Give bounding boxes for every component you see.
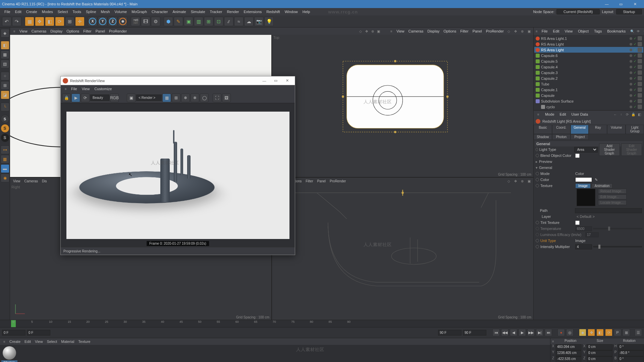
param-key-button[interactable]: P	[614, 329, 621, 336]
obj-menu-edit[interactable]: Edit	[552, 29, 561, 34]
undo-button[interactable]: ↶	[2, 17, 11, 26]
cube-primitive[interactable]: ⬢	[164, 17, 173, 26]
object-row[interactable]: Capsule.1✓	[534, 87, 643, 93]
render-view-button[interactable]: 🎬	[131, 17, 140, 26]
light-type-select[interactable]: Area	[574, 147, 598, 153]
obj-eye-icon[interactable]: 👁	[636, 28, 641, 34]
obj-menu-file[interactable]: File	[540, 29, 549, 34]
vp-pan-icon[interactable]: ✥	[364, 28, 370, 34]
snap-enable[interactable]: ⊶	[1, 145, 9, 154]
rv-snow-2[interactable]: ❄	[191, 94, 199, 102]
attr-menu-icon[interactable]: ≡	[536, 112, 541, 117]
menu-mesh[interactable]: Mesh	[99, 9, 112, 14]
rv-refresh-button[interactable]: ⟳	[81, 94, 90, 102]
sky-button[interactable]: ☁	[244, 17, 254, 26]
vp2-zoom-icon[interactable]: ⊕	[519, 28, 525, 34]
attr-new-icon[interactable]: ◧	[637, 112, 642, 117]
axis-x-button[interactable]: X	[88, 17, 97, 26]
rv-snow-1[interactable]: ❄	[181, 94, 190, 102]
tag-slot[interactable]	[638, 82, 642, 86]
frame-start-field[interactable]	[2, 330, 25, 336]
frame-end-field[interactable]	[438, 330, 462, 336]
pos-field[interactable]: -422.535 cm	[556, 356, 581, 362]
rv-maximize[interactable]: ▭	[270, 77, 281, 85]
pla-key-button[interactable]: ⊞	[623, 329, 630, 336]
visible-check[interactable]: ✓	[634, 88, 636, 92]
pos-field[interactable]: 483.094 cm	[556, 344, 581, 350]
tab-general[interactable]: General	[571, 125, 589, 134]
tag-slot[interactable]	[638, 36, 642, 41]
extrude-button[interactable]: ▥	[194, 17, 203, 26]
visible-check[interactable]: ✓	[634, 105, 636, 109]
tab-project[interactable]: Project	[571, 134, 589, 140]
mat-menu-view[interactable]: View	[33, 339, 45, 344]
vp4-max-icon[interactable]: ▣	[526, 178, 532, 184]
mat-menu-edit[interactable]: Edit	[22, 339, 33, 344]
attr-ref-icon[interactable]: ⟳	[625, 112, 630, 117]
tag-slot[interactable]	[638, 70, 642, 75]
visible-check[interactable]: ✓	[634, 65, 636, 69]
array-button[interactable]: ⊞	[204, 17, 213, 26]
visible-check[interactable]: ✓	[634, 48, 636, 52]
object-row[interactable]: Capsule.5✓	[534, 58, 643, 64]
layer-dot[interactable]	[630, 106, 632, 108]
viewport-solo-2[interactable]: S	[1, 124, 9, 133]
tag-slot[interactable]	[638, 53, 642, 58]
rot-key-button[interactable]: ⟳	[605, 329, 612, 336]
bullet-icon[interactable]	[536, 245, 539, 248]
object-row[interactable]: RS Area Light✓	[534, 41, 643, 47]
menu-simulate[interactable]: Simulate	[189, 9, 208, 14]
attr-up-icon[interactable]: ↑	[619, 112, 624, 117]
tag-slot[interactable]	[638, 59, 642, 63]
vp4-nav-icon[interactable]: ◇	[506, 178, 512, 184]
make-editable[interactable]: ◈	[1, 29, 9, 38]
goto-start-button[interactable]: ⏮	[492, 329, 500, 336]
menu-create[interactable]: Create	[24, 9, 40, 14]
vp3-menu-cameras[interactable]: Cameras	[23, 179, 40, 183]
vp2-menu-filter[interactable]: Filter	[458, 28, 470, 34]
light-button[interactable]: 💡	[264, 17, 274, 26]
vp2-menu-view[interactable]: View	[394, 28, 407, 34]
rv-crop-button[interactable]: ▣	[127, 94, 136, 102]
next-frame-button[interactable]: ▶▶	[527, 329, 535, 336]
layer-value[interactable]: < Default >	[577, 215, 642, 219]
reload-image[interactable]: Reload Image...	[598, 189, 627, 194]
size-field[interactable]: 0 cm	[587, 344, 612, 350]
pen-tool[interactable]: ✎	[174, 17, 183, 26]
tab-photon[interactable]: Photon	[552, 134, 571, 140]
tag-slot[interactable]	[638, 105, 642, 109]
menu-file[interactable]: File	[2, 9, 13, 14]
object-tree[interactable]: RS Area Light.1✓RS Area Light✓RS Area Li…	[534, 35, 644, 110]
vp-menu-prorender[interactable]: ProRender	[107, 28, 129, 34]
rot-field[interactable]: 0 °	[618, 344, 644, 350]
render-picture-button[interactable]: 🎞	[141, 17, 150, 26]
vp2-pan-icon[interactable]: ✥	[513, 28, 519, 34]
object-row[interactable]: RS Area Light✓	[534, 47, 643, 53]
rotate-tool[interactable]: ⟳	[55, 17, 64, 26]
camera-button[interactable]: 📷	[254, 17, 264, 26]
mat-menu-create[interactable]: Create	[7, 339, 22, 344]
cloner-button[interactable]: ⊡	[214, 17, 223, 26]
viewport-top[interactable]: Top 人人素材社区 Grid Spacing : 100 cm	[272, 35, 533, 177]
layer-dot[interactable]	[630, 94, 632, 97]
menu-edit[interactable]: Edit	[13, 9, 24, 14]
axis-y-button[interactable]: Y	[98, 17, 107, 26]
bullet-icon[interactable]	[536, 178, 539, 181]
rv-render-selector[interactable]: < Render >	[136, 95, 162, 101]
object-row[interactable]: Capsule✓	[534, 93, 643, 98]
snap-tool[interactable]: ✛	[75, 17, 85, 26]
object-row[interactable]: Capsule.6✓	[534, 53, 643, 58]
rv-grid-button[interactable]: ⊞	[172, 94, 180, 102]
unit-value[interactable]: Image	[575, 239, 642, 243]
frame-end2-field[interactable]	[463, 330, 486, 336]
obj-menu-view[interactable]: View	[564, 29, 574, 34]
mat-menu-icon[interactable]: ≡	[1, 339, 7, 345]
menu-redshift[interactable]: Redshift	[264, 9, 282, 14]
minimize-button[interactable]: —	[600, 0, 614, 8]
point-mode[interactable]: ⁘	[1, 72, 9, 80]
last-tool[interactable]: ⊞	[65, 17, 74, 26]
tag-slot[interactable]	[638, 76, 642, 80]
obj-menu-object[interactable]: Object	[577, 29, 590, 34]
visible-check[interactable]: ✓	[634, 54, 636, 57]
renderview-canvas[interactable]: ↖ 人人素材社区 Frame 0: 2020-01-27 19:59:09 (0…	[61, 103, 295, 247]
